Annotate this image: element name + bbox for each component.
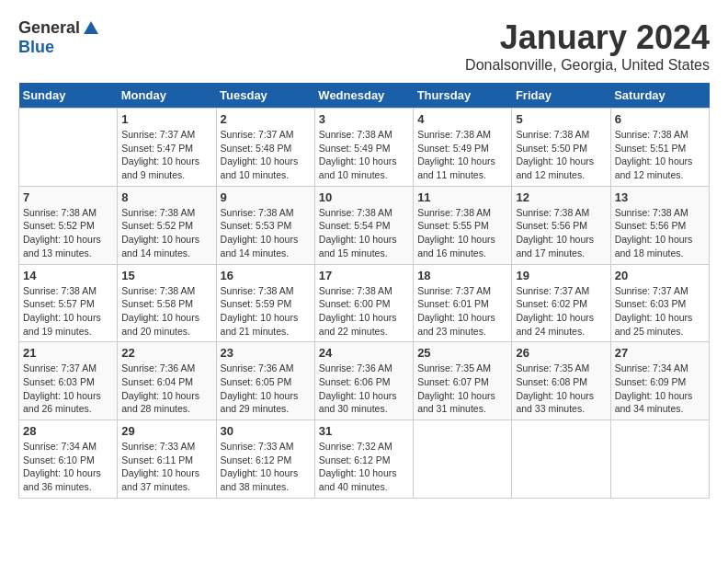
day-info: Sunrise: 7:36 AMSunset: 6:05 PMDaylight:…	[221, 362, 311, 416]
day-number: 5	[516, 112, 606, 126]
calendar-cell: 7Sunrise: 7:38 AMSunset: 5:52 PMDaylight…	[19, 186, 118, 264]
day-number: 2	[221, 112, 311, 126]
day-info: Sunrise: 7:38 AMSunset: 5:55 PMDaylight:…	[417, 206, 507, 260]
day-info: Sunrise: 7:38 AMSunset: 6:00 PMDaylight:…	[319, 284, 409, 339]
header-tuesday: Tuesday	[216, 83, 314, 109]
day-info: Sunrise: 7:36 AMSunset: 6:06 PMDaylight:…	[319, 362, 409, 416]
day-info: Sunrise: 7:38 AMSunset: 5:52 PMDaylight:…	[23, 206, 113, 260]
calendar-cell: 20Sunrise: 7:37 AMSunset: 6:03 PMDayligh…	[610, 264, 709, 342]
day-number: 6	[615, 112, 705, 126]
day-number: 11	[417, 190, 507, 204]
calendar-cell: 15Sunrise: 7:38 AMSunset: 5:58 PMDayligh…	[118, 264, 216, 342]
header-monday: Monday	[118, 83, 216, 109]
week-row-2: 7Sunrise: 7:38 AMSunset: 5:52 PMDaylight…	[19, 186, 710, 264]
title-section: January 2024 Donalsonville, Georgia, Uni…	[465, 18, 710, 74]
calendar-cell: 24Sunrise: 7:36 AMSunset: 6:06 PMDayligh…	[314, 342, 413, 420]
calendar-cell	[414, 420, 512, 499]
day-info: Sunrise: 7:38 AMSunset: 5:53 PMDaylight:…	[221, 206, 311, 260]
day-info: Sunrise: 7:38 AMSunset: 5:51 PMDaylight:…	[615, 128, 705, 182]
calendar-cell: 9Sunrise: 7:38 AMSunset: 5:53 PMDaylight…	[216, 186, 314, 264]
header-wednesday: Wednesday	[314, 83, 413, 109]
calendar-cell: 25Sunrise: 7:35 AMSunset: 6:07 PMDayligh…	[414, 342, 512, 420]
week-row-5: 28Sunrise: 7:34 AMSunset: 6:10 PMDayligh…	[19, 420, 710, 499]
day-number: 21	[23, 346, 113, 360]
day-number: 15	[121, 269, 211, 282]
calendar-cell: 8Sunrise: 7:38 AMSunset: 5:52 PMDaylight…	[118, 186, 216, 264]
calendar-cell: 3Sunrise: 7:38 AMSunset: 5:49 PMDaylight…	[314, 109, 413, 187]
calendar-cell: 23Sunrise: 7:36 AMSunset: 6:05 PMDayligh…	[216, 342, 314, 420]
calendar-cell: 14Sunrise: 7:38 AMSunset: 5:57 PMDayligh…	[19, 264, 118, 342]
calendar-cell: 13Sunrise: 7:38 AMSunset: 5:56 PMDayligh…	[610, 186, 709, 264]
day-number: 17	[319, 269, 409, 282]
day-number: 9	[221, 190, 311, 204]
calendar-cell: 6Sunrise: 7:38 AMSunset: 5:51 PMDaylight…	[610, 109, 709, 187]
day-info: Sunrise: 7:37 AMSunset: 6:02 PMDaylight:…	[516, 284, 606, 339]
calendar-cell: 12Sunrise: 7:38 AMSunset: 5:56 PMDayligh…	[512, 186, 610, 264]
day-info: Sunrise: 7:38 AMSunset: 5:49 PMDaylight:…	[417, 128, 507, 182]
week-row-4: 21Sunrise: 7:37 AMSunset: 6:03 PMDayligh…	[19, 342, 710, 420]
day-number: 31	[319, 424, 409, 438]
day-info: Sunrise: 7:38 AMSunset: 5:52 PMDaylight:…	[121, 206, 211, 260]
calendar-cell: 2Sunrise: 7:37 AMSunset: 5:48 PMDaylight…	[216, 109, 314, 187]
logo-blue-text: Blue	[18, 38, 54, 56]
day-number: 10	[319, 190, 409, 204]
calendar-cell	[19, 109, 118, 187]
day-number: 7	[23, 190, 113, 204]
calendar-cell: 5Sunrise: 7:38 AMSunset: 5:50 PMDaylight…	[512, 109, 610, 187]
day-info: Sunrise: 7:38 AMSunset: 5:56 PMDaylight:…	[516, 206, 606, 260]
day-info: Sunrise: 7:33 AMSunset: 6:11 PMDaylight:…	[121, 440, 211, 494]
day-info: Sunrise: 7:38 AMSunset: 5:54 PMDaylight:…	[319, 206, 409, 260]
calendar-cell: 17Sunrise: 7:38 AMSunset: 6:00 PMDayligh…	[314, 264, 413, 342]
day-info: Sunrise: 7:37 AMSunset: 5:47 PMDaylight:…	[121, 128, 211, 182]
day-info: Sunrise: 7:37 AMSunset: 5:48 PMDaylight:…	[221, 128, 311, 182]
day-number: 27	[615, 346, 705, 360]
day-number: 30	[221, 424, 311, 438]
calendar-cell	[512, 420, 610, 499]
calendar-cell: 29Sunrise: 7:33 AMSunset: 6:11 PMDayligh…	[118, 420, 216, 499]
calendar-cell: 26Sunrise: 7:35 AMSunset: 6:08 PMDayligh…	[512, 342, 610, 420]
day-number: 13	[615, 190, 705, 204]
day-info: Sunrise: 7:38 AMSunset: 5:49 PMDaylight:…	[319, 128, 409, 182]
day-info: Sunrise: 7:34 AMSunset: 6:10 PMDaylight:…	[23, 440, 113, 494]
day-number: 26	[516, 346, 606, 360]
day-info: Sunrise: 7:32 AMSunset: 6:12 PMDaylight:…	[319, 440, 409, 494]
calendar-table: SundayMondayTuesdayWednesdayThursdayFrid…	[18, 83, 710, 499]
calendar-cell: 11Sunrise: 7:38 AMSunset: 5:55 PMDayligh…	[414, 186, 512, 264]
header-friday: Friday	[512, 83, 610, 109]
week-row-3: 14Sunrise: 7:38 AMSunset: 5:57 PMDayligh…	[19, 264, 710, 342]
header-thursday: Thursday	[414, 83, 512, 109]
day-number: 3	[319, 112, 409, 126]
calendar-cell: 4Sunrise: 7:38 AMSunset: 5:49 PMDaylight…	[414, 109, 512, 187]
calendar-cell: 16Sunrise: 7:38 AMSunset: 5:59 PMDayligh…	[216, 264, 314, 342]
day-info: Sunrise: 7:37 AMSunset: 6:01 PMDaylight:…	[417, 284, 507, 339]
calendar-cell: 22Sunrise: 7:36 AMSunset: 6:04 PMDayligh…	[118, 342, 216, 420]
day-number: 24	[319, 346, 409, 360]
day-info: Sunrise: 7:38 AMSunset: 5:58 PMDaylight:…	[121, 284, 211, 339]
day-info: Sunrise: 7:37 AMSunset: 6:03 PMDaylight:…	[615, 284, 705, 339]
week-row-1: 1Sunrise: 7:37 AMSunset: 5:47 PMDaylight…	[19, 109, 710, 187]
calendar-cell: 21Sunrise: 7:37 AMSunset: 6:03 PMDayligh…	[19, 342, 118, 420]
svg-marker-0	[84, 21, 98, 34]
calendar-header-row: SundayMondayTuesdayWednesdayThursdayFrid…	[19, 83, 710, 109]
logo-general-text: General	[18, 18, 80, 38]
calendar-cell: 28Sunrise: 7:34 AMSunset: 6:10 PMDayligh…	[19, 420, 118, 499]
calendar-cell: 31Sunrise: 7:32 AMSunset: 6:12 PMDayligh…	[314, 420, 413, 499]
day-info: Sunrise: 7:36 AMSunset: 6:04 PMDaylight:…	[121, 362, 211, 416]
day-number: 16	[221, 269, 311, 282]
header-sunday: Sunday	[19, 83, 118, 109]
day-number: 29	[121, 424, 211, 438]
calendar-subtitle: Donalsonville, Georgia, United States	[465, 57, 710, 74]
calendar-cell	[610, 420, 709, 499]
day-number: 18	[417, 269, 507, 282]
calendar-cell: 27Sunrise: 7:34 AMSunset: 6:09 PMDayligh…	[610, 342, 709, 420]
day-number: 14	[23, 269, 113, 282]
day-number: 4	[417, 112, 507, 126]
calendar-cell: 18Sunrise: 7:37 AMSunset: 6:01 PMDayligh…	[414, 264, 512, 342]
day-number: 23	[221, 346, 311, 360]
day-number: 28	[23, 424, 113, 438]
page-header: General Blue January 2024 Donalsonville,…	[18, 18, 710, 74]
day-info: Sunrise: 7:35 AMSunset: 6:08 PMDaylight:…	[516, 362, 606, 416]
day-number: 22	[121, 346, 211, 360]
calendar-cell: 1Sunrise: 7:37 AMSunset: 5:47 PMDaylight…	[118, 109, 216, 187]
day-info: Sunrise: 7:38 AMSunset: 5:57 PMDaylight:…	[23, 284, 113, 339]
